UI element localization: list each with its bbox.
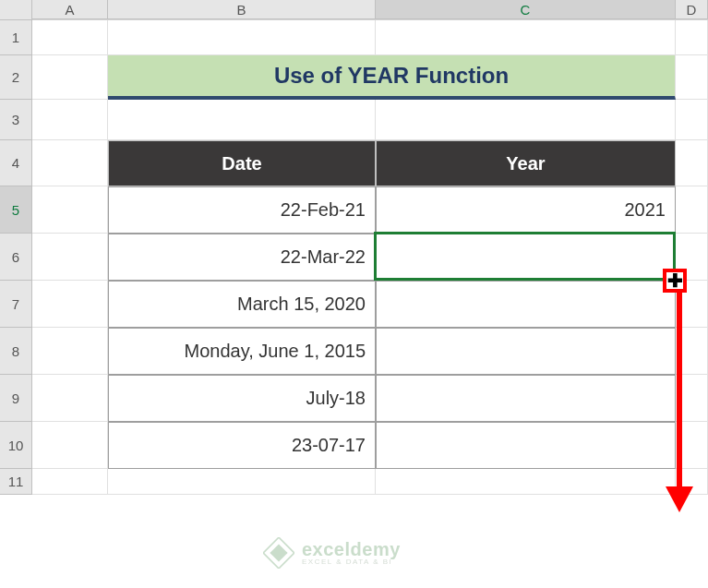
cell-A3[interactable] xyxy=(32,100,108,140)
row-header-2[interactable]: 2 xyxy=(0,55,32,100)
row-header-3[interactable]: 3 xyxy=(0,100,32,140)
drag-arrow-head-icon xyxy=(666,486,693,512)
title-banner[interactable]: Use of YEAR Function xyxy=(108,55,676,100)
row-5: 5 22-Feb-21 2021 xyxy=(0,186,708,234)
row-header-10[interactable]: 10 xyxy=(0,422,32,469)
watermark-text: exceldemy EXCEL & DATA & BI xyxy=(302,540,401,566)
table-header-date[interactable]: Date xyxy=(108,140,376,186)
cell-C3[interactable] xyxy=(376,100,676,140)
cell-B3[interactable] xyxy=(108,100,376,140)
row-header-7[interactable]: 7 xyxy=(0,281,32,328)
cell-A2[interactable] xyxy=(32,55,108,100)
watermark-tag: EXCEL & DATA & BI xyxy=(302,558,401,566)
cell-A7[interactable] xyxy=(32,281,108,328)
cell-D3[interactable] xyxy=(676,100,708,140)
row-10: 10 23-07-17 xyxy=(0,422,708,469)
svg-rect-1 xyxy=(270,544,287,561)
watermark: exceldemy EXCEL & DATA & BI xyxy=(263,537,401,569)
row-2: 2 Use of YEAR Function xyxy=(0,55,708,100)
row-6: 6 22-Mar-22 xyxy=(0,234,708,281)
cell-B8[interactable]: Monday, June 1, 2015 xyxy=(108,328,376,375)
row-header-11[interactable]: 11 xyxy=(0,469,32,495)
row-9: 9 July-18 xyxy=(0,375,708,422)
cell-D2[interactable] xyxy=(676,55,708,100)
row-11: 11 xyxy=(0,469,708,495)
cell-C11[interactable] xyxy=(376,469,676,495)
col-header-D[interactable]: D xyxy=(676,0,708,19)
cell-C6[interactable] xyxy=(376,234,676,281)
row-header-5[interactable]: 5 xyxy=(0,186,32,234)
row-header-4[interactable]: 4 xyxy=(0,140,32,186)
row-3: 3 xyxy=(0,100,708,140)
row-header-6[interactable]: 6 xyxy=(0,234,32,281)
watermark-icon xyxy=(263,537,294,569)
cell-D5[interactable] xyxy=(676,186,708,234)
cell-B10[interactable]: 23-07-17 xyxy=(108,422,376,469)
col-header-A[interactable]: A xyxy=(32,0,108,19)
cell-B5[interactable]: 22-Feb-21 xyxy=(108,186,376,234)
cell-A5[interactable] xyxy=(32,186,108,234)
cell-A6[interactable] xyxy=(32,234,108,281)
row-8: 8 Monday, June 1, 2015 xyxy=(0,328,708,375)
cell-A11[interactable] xyxy=(32,469,108,495)
cell-D1[interactable] xyxy=(676,20,708,55)
column-headers-row: A B C D xyxy=(0,0,708,20)
row-header-8[interactable]: 8 xyxy=(0,328,32,375)
spreadsheet: A B C D 1 2 Use of YEAR Function 3 4 Dat… xyxy=(0,0,708,588)
cell-C8[interactable] xyxy=(376,328,676,375)
cell-C1[interactable] xyxy=(376,20,676,55)
drag-arrow-line xyxy=(677,293,682,490)
row-4: 4 Date Year xyxy=(0,140,708,186)
cell-C7[interactable] xyxy=(376,281,676,328)
row-1: 1 xyxy=(0,20,708,55)
cell-C5[interactable]: 2021 xyxy=(376,186,676,234)
cell-A1[interactable] xyxy=(32,20,108,55)
row-header-9[interactable]: 9 xyxy=(0,375,32,422)
cell-B6[interactable]: 22-Mar-22 xyxy=(108,234,376,281)
cell-C9[interactable] xyxy=(376,375,676,422)
cell-B7[interactable]: March 15, 2020 xyxy=(108,281,376,328)
col-header-C[interactable]: C xyxy=(376,0,676,19)
row-header-1[interactable]: 1 xyxy=(0,20,32,55)
cell-C10[interactable] xyxy=(376,422,676,469)
plus-icon: ✚ xyxy=(667,271,683,290)
cell-A9[interactable] xyxy=(32,375,108,422)
cell-D4[interactable] xyxy=(676,140,708,186)
cell-A10[interactable] xyxy=(32,422,108,469)
cell-B9[interactable]: July-18 xyxy=(108,375,376,422)
watermark-brand: exceldemy xyxy=(302,540,401,558)
cell-B11[interactable] xyxy=(108,469,376,495)
table-header-year[interactable]: Year xyxy=(376,140,676,186)
row-7: 7 March 15, 2020 xyxy=(0,281,708,328)
cell-A4[interactable] xyxy=(32,140,108,186)
cell-B1[interactable] xyxy=(108,20,376,55)
col-header-B[interactable]: B xyxy=(108,0,376,19)
cell-A8[interactable] xyxy=(32,328,108,375)
fill-handle[interactable]: ✚ xyxy=(663,269,687,293)
select-all-corner[interactable] xyxy=(0,0,32,20)
